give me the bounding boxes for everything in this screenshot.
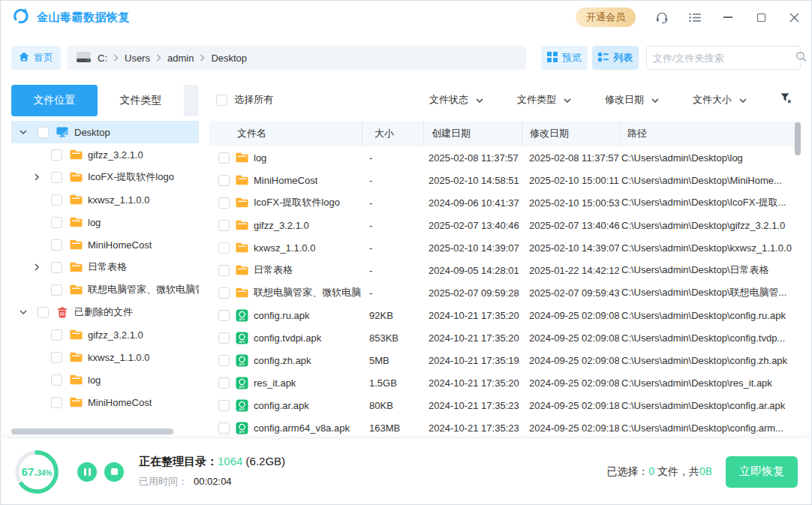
tree-chevron[interactable] (17, 130, 29, 135)
tree-item[interactable]: gifzz_3.2.1.0 (11, 143, 199, 166)
horizontal-scrollbar[interactable] (11, 428, 173, 434)
modified-date-dropdown[interactable]: 修改日期 (605, 93, 659, 107)
table-row[interactable]: APK config.arm64_v8a.apk 163MB 2024-10-2… (209, 416, 801, 439)
vip-upgrade-button[interactable]: 开通会员 (576, 8, 636, 27)
tree-item[interactable]: MiniHomeCost (11, 391, 199, 413)
file-name: config.zh.apk (254, 355, 311, 366)
table-row[interactable]: APK res_it.apk 1.5GB 2024-10-21 17:35:20… (209, 371, 801, 394)
dropdown-label: 修改日期 (605, 93, 644, 107)
tree-item[interactable]: log (11, 368, 199, 391)
tree-item-checkbox[interactable] (51, 194, 62, 206)
table-row[interactable]: APK log - 2025-02-08 11:37:57 2025-02-08… (209, 146, 801, 169)
row-checkbox[interactable] (218, 220, 230, 231)
list-view-toggle[interactable]: 列表 (592, 46, 639, 70)
select-all-checkbox[interactable] (216, 95, 227, 106)
tree-item-checkbox[interactable] (38, 127, 49, 138)
tree-item[interactable]: MiniHomeCost (11, 233, 199, 256)
file-modified-date: 2024-09-25 02:09:08 (522, 332, 619, 344)
file-created-date: 2024-10-21 17:35:19 (423, 355, 522, 366)
table-row[interactable]: APK kxwsz_1.1.0.0 - 2025-02-10 14:39:07 … (209, 236, 801, 259)
search-icon[interactable] (795, 51, 807, 65)
search-box[interactable] (646, 46, 801, 70)
table-row[interactable]: APK 联想电脑管家、微软电脑... - 2025-02-07 09:59:28… (209, 281, 801, 304)
tree-item-checkbox[interactable] (51, 329, 62, 341)
tree-item-checkbox[interactable] (51, 217, 62, 228)
stop-button[interactable] (104, 462, 124, 482)
task-list-icon[interactable] (688, 11, 702, 24)
row-checkbox[interactable] (218, 377, 230, 389)
row-checkbox[interactable] (218, 355, 230, 366)
chevron-down-icon (476, 95, 483, 106)
breadcrumb-segment[interactable]: Desktop (211, 53, 247, 64)
close-button[interactable] (787, 11, 801, 24)
tree-item[interactable]: 联想电脑管家、微软电脑管家 (11, 278, 199, 301)
table-row[interactable]: APK config.tvdpi.apk 853KB 2024-10-21 17… (209, 326, 801, 349)
table-row[interactable]: APK config.ru.apk 92KB 2024-10-21 17:35:… (209, 304, 801, 326)
tree-item-checkbox[interactable] (51, 374, 62, 386)
row-checkbox[interactable] (218, 287, 230, 299)
row-checkbox[interactable] (218, 197, 230, 209)
svg-text:APK: APK (239, 317, 245, 320)
table-row[interactable]: APK config.ar.apk 80KB 2024-10-21 17:35:… (209, 394, 801, 416)
file-modified-date: 2024-09-25 02:09:08 (522, 355, 619, 366)
tree-item[interactable]: gifzz_3.2.1.0 (11, 323, 199, 346)
tree-item-checkbox[interactable] (51, 239, 62, 251)
tree-item-checkbox[interactable] (51, 149, 62, 161)
row-checkbox[interactable] (218, 242, 230, 254)
tree-item[interactable]: IcoFX-提取软件logo (11, 166, 199, 188)
breadcrumb-segment[interactable]: C: (98, 53, 107, 64)
tab-file-type[interactable]: 文件类型 (98, 85, 184, 116)
preview-view-toggle[interactable]: 预览 (541, 46, 588, 70)
file-created-date: 2024-10-21 17:35:20 (423, 377, 522, 389)
vertical-scrollbar[interactable] (795, 122, 801, 155)
tree-item[interactable]: kxwsz_1.1.0.0 (11, 188, 199, 211)
tree-chevron[interactable] (17, 310, 29, 315)
tree-chevron[interactable] (31, 263, 43, 271)
home-button[interactable]: 首页 (11, 46, 61, 70)
tab-file-location[interactable]: 文件位置 (11, 85, 98, 116)
tree-item-checkbox[interactable] (38, 307, 49, 318)
tree-item-checkbox[interactable] (51, 284, 62, 296)
file-type-dropdown[interactable]: 文件类型 (517, 93, 571, 107)
row-checkbox[interactable] (218, 175, 230, 186)
row-checkbox[interactable] (218, 400, 230, 411)
file-name: config.tvdpi.apk (254, 332, 321, 344)
table-row[interactable]: APK MiniHomeCost - 2025-02-10 14:58:51 2… (209, 169, 801, 191)
file-created-date: 2024-10-21 17:35:20 (423, 310, 522, 321)
tree-item[interactable]: Desktop (11, 121, 199, 143)
row-checkbox[interactable] (218, 265, 230, 276)
tree-item[interactable]: log (11, 211, 199, 233)
table-row[interactable]: APK 日常表格 - 2024-09-05 14:28:01 2025-01-2… (209, 259, 801, 281)
tree-item[interactable]: 已删除的文件 (11, 301, 199, 323)
search-input[interactable] (653, 53, 785, 64)
tree-item-label: 已删除的文件 (74, 305, 133, 319)
tree-item-checkbox[interactable] (51, 397, 62, 408)
minimize-button[interactable] (721, 11, 735, 24)
tree-item-checkbox[interactable] (51, 172, 62, 183)
recover-now-button[interactable]: 立即恢复 (726, 456, 798, 488)
table-row[interactable]: APK config.zh.apk 5MB 2024-10-21 17:35:1… (209, 349, 801, 371)
maximize-button[interactable] (754, 11, 768, 24)
file-modified-date: 2024-09-25 02:09:08 (522, 377, 619, 389)
tree-item[interactable]: 日常表格 (11, 256, 199, 278)
file-created-date: 2025-02-07 13:40:46 (423, 220, 522, 231)
table-row[interactable]: APK gifzz_3.2.1.0 - 2025-02-07 13:40:46 … (209, 214, 801, 236)
row-checkbox[interactable] (218, 422, 230, 434)
breadcrumb-segment[interactable]: Users (125, 53, 150, 64)
row-checkbox[interactable] (218, 152, 230, 164)
select-all[interactable]: 选择所有 (209, 93, 273, 107)
breadcrumb-segment[interactable]: admin (167, 53, 194, 64)
file-size-dropdown[interactable]: 文件大小 (693, 93, 747, 107)
file-size: 853KB (362, 332, 423, 344)
pause-button[interactable] (77, 462, 97, 482)
row-checkbox[interactable] (218, 332, 230, 344)
table-row[interactable]: APK IcoFX-提取软件logo - 2024-09-06 10:41:37… (209, 191, 801, 214)
tree-chevron[interactable] (31, 173, 43, 181)
file-status-dropdown[interactable]: 文件状态 (429, 93, 483, 107)
row-checkbox[interactable] (218, 310, 230, 321)
clear-filter-icon[interactable] (780, 93, 792, 107)
tree-item[interactable]: kxwsz_1.1.0.0 (11, 346, 199, 368)
tree-item-checkbox[interactable] (51, 352, 62, 363)
support-headset-icon[interactable] (655, 11, 669, 24)
tree-item-checkbox[interactable] (51, 262, 62, 273)
